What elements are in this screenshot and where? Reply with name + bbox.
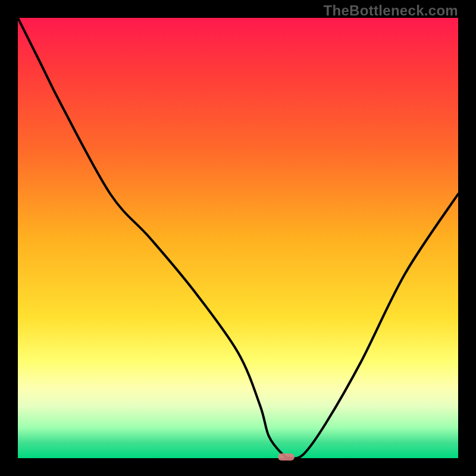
watermark-text: TheBottleneck.com xyxy=(324,2,458,19)
bottleneck-curve xyxy=(18,18,458,458)
bottleneck-chart: TheBottleneck.com xyxy=(0,0,476,476)
line-plot xyxy=(18,18,458,458)
sweet-spot-marker xyxy=(278,453,295,461)
